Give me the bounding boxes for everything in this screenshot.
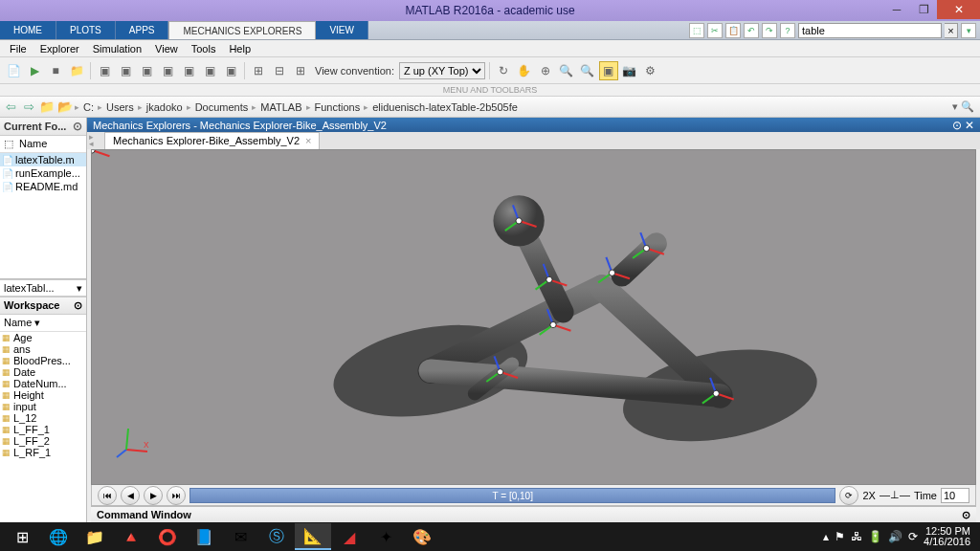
nav-back-icon[interactable]: ⇦ [2,99,19,116]
close-button[interactable] [937,0,980,19]
crumb-4[interactable]: MATLAB [257,101,304,113]
layout-icon-3[interactable]: ⊞ [291,61,310,80]
taskbar-explorer-icon[interactable]: 📁 [77,523,113,550]
view-iso-icon[interactable]: ▣ [221,61,240,80]
taskbar-drive-icon[interactable]: 🔺 [113,523,149,550]
tab-mechanics-explorers[interactable]: MECHANICS EXPLORERS [168,21,316,39]
maximize-button[interactable] [910,0,937,19]
play-icon[interactable]: ▶ [144,486,163,505]
taskbar-matlab-icon[interactable]: 📐 [295,523,331,550]
menu-simulation[interactable]: Simulation [87,42,147,55]
select-icon[interactable]: ▣ [599,61,618,80]
search-input[interactable] [798,23,942,38]
taskbar-acrobat-icon[interactable]: ◢ [331,523,368,550]
taskbar-mail-icon[interactable]: ✉ [222,523,258,550]
menu-file[interactable]: File [4,42,33,55]
tray-flag-icon[interactable]: ⚑ [835,530,845,543]
workspace-var-row[interactable]: ▦L_12 [0,412,86,424]
tray-network-icon[interactable]: 🖧 [851,530,862,543]
panel-menu-icon[interactable]: ⊙ ✕ [952,119,974,132]
tab-home[interactable]: HOME [0,21,56,39]
crumb-0[interactable]: C: [80,101,97,113]
taskbar-ie-icon[interactable]: 🌐 [40,523,77,550]
tray-clock[interactable]: 12:50 PM4/16/2016 [924,526,970,547]
new-file-icon[interactable]: 📄 [4,61,23,80]
taskbar-chrome-icon[interactable]: ⭕ [149,523,186,550]
timeline-slider[interactable]: T = [0,10] [189,488,835,503]
taskbar-paint-icon[interactable]: 🎨 [404,523,440,550]
search-clear[interactable]: × [945,23,958,38]
view-left-icon[interactable]: ▣ [137,61,156,80]
view-top-icon[interactable]: ▣ [179,61,198,80]
file-row[interactable]: 📄README.md [0,180,86,193]
step-back-icon[interactable]: ◀ [121,486,140,505]
panel-menu-icon[interactable]: ⊙ [962,509,970,521]
zoom-out-icon[interactable]: 🔍 [578,61,597,80]
tab-plots[interactable]: PLOTS [56,21,116,39]
drag-handle-icon[interactable]: ▸◂ [89,134,94,147]
loop-icon[interactable]: ⟳ [839,486,858,505]
view-right-icon[interactable]: ▣ [158,61,177,80]
file-row[interactable]: 📄latexTable.m [0,153,86,166]
menu-explorer[interactable]: Explorer [34,42,85,55]
ribbon-icon-4[interactable]: ↶ [744,23,759,38]
tray-sync-icon[interactable]: ⟳ [908,530,918,543]
path-dropdown-icon[interactable]: ▾ 🔍 [952,100,978,113]
ribbon-icon-2[interactable]: ✂ [707,23,723,38]
taskbar-app-icon[interactable]: ✦ [368,523,404,550]
workspace-var-row[interactable]: ▦BloodPres... [0,355,86,366]
run-icon[interactable]: ▶ [25,61,44,80]
crumb-5[interactable]: Functions [312,101,364,113]
crumb-3[interactable]: Documents [192,101,252,113]
crumb-6[interactable]: eliduenisch-latexTable-2b505fe [369,101,521,113]
tray-volume-icon[interactable]: 🔊 [888,530,902,543]
step-fwd-icon[interactable]: ⏭ [167,486,186,505]
nav-folder-icon[interactable]: 📂 [56,99,74,116]
crumb-2[interactable]: jkadoko [144,101,186,113]
camera-icon[interactable]: 📷 [620,61,639,80]
viewport-3d[interactable]: x [91,149,976,485]
layout-icon-2[interactable]: ⊟ [270,61,289,80]
workspace-var-row[interactable]: ▦input [0,401,86,412]
file-selector[interactable]: latexTabl...▾ [0,279,86,297]
tray-battery-icon[interactable]: 🔋 [868,530,882,543]
tray-up-icon[interactable]: ▴ [823,530,829,543]
zoom-in-icon[interactable]: 🔍 [557,61,576,80]
time-input[interactable] [941,488,969,503]
workspace-var-row[interactable]: ▦Date [0,366,86,378]
skip-start-icon[interactable]: ⏮ [98,486,117,505]
taskbar-skype-icon[interactable]: Ⓢ [258,523,295,550]
taskbar-word-icon[interactable]: 📘 [186,523,222,550]
nav-fwd-icon[interactable]: ⇨ [20,99,37,116]
workspace-var-row[interactable]: ▦ans [0,343,86,355]
tab-close-icon[interactable]: × [305,135,311,146]
view-front-icon[interactable]: ▣ [95,61,114,80]
tab-view[interactable]: VIEW [316,21,368,39]
crumb-1[interactable]: Users [103,101,137,113]
ribbon-icon-5[interactable]: ↷ [762,23,777,38]
panel-menu-icon[interactable]: ⊙ [73,120,82,133]
workspace-var-row[interactable]: ▦L_RF_1 [0,447,86,458]
minimize-button[interactable] [883,0,910,19]
file-col-name[interactable]: Name [19,138,47,150]
rotate-icon[interactable]: ↻ [494,61,513,80]
menu-help[interactable]: Help [223,42,256,55]
ribbon-icon-3[interactable]: 📋 [725,23,741,38]
workspace-var-row[interactable]: ▦L_FF_1 [0,424,86,435]
view-bottom-icon[interactable]: ▣ [200,61,219,80]
ribbon-icon-help[interactable]: ? [780,23,795,38]
command-window-header[interactable]: Command Window⊙ [91,506,976,523]
settings-icon[interactable]: ⚙ [641,61,660,80]
explorer-tab[interactable]: Mechanics Explorer-Bike_Assembly_V2× [104,132,320,149]
stop-icon[interactable]: ■ [46,61,65,80]
search-dropdown[interactable]: ▾ [961,23,976,38]
workspace-var-row[interactable]: ▦L_FF_2 [0,435,86,447]
tab-apps[interactable]: APPS [116,21,169,39]
menu-view[interactable]: View [149,42,184,55]
workspace-var-row[interactable]: ▦DateNum... [0,378,86,389]
start-button[interactable]: ⊞ [4,523,40,550]
file-row[interactable]: 📄runExample... [0,166,86,180]
menu-tools[interactable]: Tools [186,42,222,55]
pan-icon[interactable]: ✋ [515,61,534,80]
workspace-var-row[interactable]: ▦Age [0,332,86,343]
